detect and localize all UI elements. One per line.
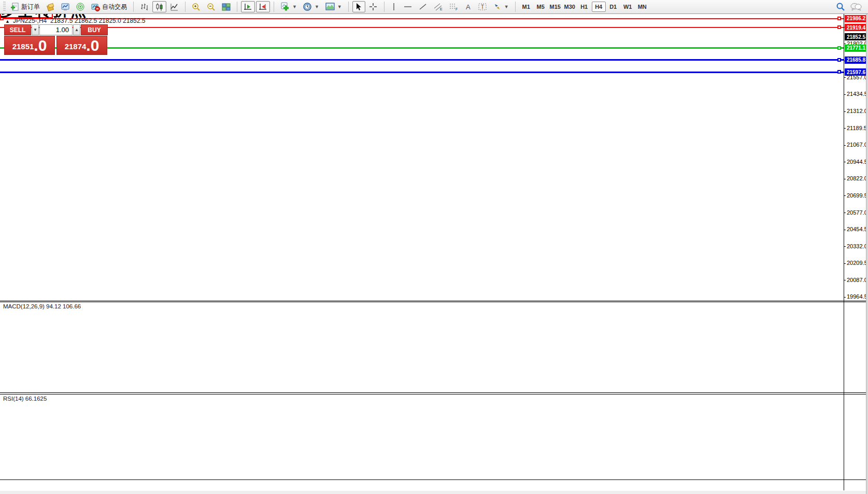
panel-separator[interactable] xyxy=(0,301,866,301)
timeframe-button-m15[interactable]: M15 xyxy=(548,2,562,12)
data-window-button[interactable] xyxy=(74,1,88,12)
level-price-badge: 21771.1 xyxy=(845,45,867,52)
chevron-down-icon: ▼ xyxy=(504,4,509,9)
toolbar-separator xyxy=(133,2,134,12)
text-label-button[interactable]: T xyxy=(476,1,490,12)
price-tick-label: 21312.0 xyxy=(847,108,867,114)
chart-title-row: ▲JPN225-,H4 21837.5 21862.5 21825.0 2185… xyxy=(5,17,145,24)
toolbar-separator xyxy=(185,2,186,12)
timeframe-button-m5[interactable]: M5 xyxy=(534,2,548,12)
autotrading-button[interactable]: 自动交易 xyxy=(89,1,130,12)
zoom-in-button[interactable] xyxy=(189,1,203,12)
auto-scroll-button[interactable] xyxy=(241,1,255,12)
time-axis[interactable] xyxy=(0,479,844,491)
buy-button[interactable]: BUY xyxy=(81,24,108,35)
price-tick-label: 21067.0 xyxy=(847,142,867,148)
level-price-badge: 21685.8 xyxy=(845,57,867,64)
horizontal-line-button[interactable] xyxy=(401,1,415,12)
text-button[interactable]: A xyxy=(462,1,475,12)
panel-separator[interactable] xyxy=(0,394,866,394)
fibonacci-button[interactable]: F xyxy=(447,1,461,12)
price-tick-label: 20577.0 xyxy=(847,209,867,216)
price-tick-label: 20209.5 xyxy=(847,260,867,266)
line-chart-button[interactable] xyxy=(167,1,181,12)
timeframe-button-m1[interactable]: M1 xyxy=(519,2,533,12)
bar-chart-button[interactable] xyxy=(137,1,151,12)
panel-separator[interactable] xyxy=(0,302,866,302)
rsi-panel-canvas[interactable] xyxy=(0,394,844,479)
tile-windows-button[interactable] xyxy=(219,1,233,12)
collapse-panel-icon[interactable]: ▲ xyxy=(5,19,10,24)
timeframe-group: M1M5M15M30H1H4D1W1MN xyxy=(519,2,649,12)
market-watch-button[interactable] xyxy=(59,1,73,12)
terminal-window: 新订单 自动交易 xyxy=(0,0,868,494)
current-price-badge: 21852.5 xyxy=(845,33,867,40)
price-tick-label: 19964.5 xyxy=(847,293,867,300)
symbol-period-label: JPN225-,H4 xyxy=(13,17,47,24)
chevron-down-icon: ▼ xyxy=(337,4,342,9)
price-tick-label: 20699.5 xyxy=(847,192,867,199)
price-tick-label: 20087.0 xyxy=(847,277,867,283)
autotrading-icon xyxy=(91,3,100,11)
svg-text:E: E xyxy=(440,7,443,11)
templates-button[interactable]: ▼ xyxy=(323,1,345,12)
new-order-label: 新订单 xyxy=(21,3,40,11)
crosshair-button[interactable] xyxy=(366,1,380,12)
chart-shift-button[interactable] xyxy=(256,1,270,12)
new-order-icon xyxy=(10,3,19,11)
panel-separator[interactable] xyxy=(0,392,866,393)
window-edge xyxy=(866,14,868,494)
volume-decrease-button[interactable]: ▼ xyxy=(32,24,39,35)
toolbar-separator xyxy=(348,2,349,12)
macd-panel-canvas[interactable] xyxy=(0,302,844,392)
volume-increase-button[interactable]: ▲ xyxy=(73,24,80,35)
add-indicator-button[interactable]: ▼ xyxy=(278,1,300,12)
timeframe-button-h1[interactable]: H1 xyxy=(577,2,591,12)
window-edge xyxy=(0,491,866,494)
price-tick-label: 20332.0 xyxy=(847,243,867,249)
svg-text:A: A xyxy=(466,3,471,11)
toolbar-separator xyxy=(274,2,274,12)
bid-price-display[interactable]: 21851.0 xyxy=(4,36,55,55)
price-tick-label: 20454.5 xyxy=(847,226,867,232)
equidistant-channel-button[interactable]: E xyxy=(431,1,446,12)
main-chart-canvas[interactable] xyxy=(0,15,844,301)
toolbar-separator xyxy=(384,2,385,12)
price-tick-label: 21434.5 xyxy=(847,91,867,97)
trendline-button[interactable] xyxy=(416,1,430,12)
bid-fraction: .0 xyxy=(34,38,47,53)
timeframe-button-mn[interactable]: MN xyxy=(635,2,649,12)
rsi-label: RSI(14) 66.1625 xyxy=(3,396,47,402)
cursor-button[interactable] xyxy=(352,1,365,12)
bid-integer: 21851 xyxy=(12,40,34,53)
svg-text:F: F xyxy=(456,7,458,11)
ask-price-display[interactable]: 21874.0 xyxy=(56,36,107,55)
metaeditor-button[interactable] xyxy=(44,1,58,12)
chat-icon[interactable] xyxy=(850,3,862,11)
toolbar-drag-handle[interactable] xyxy=(3,2,6,12)
ask-integer: 21874 xyxy=(65,40,87,53)
sell-button[interactable]: SELL xyxy=(4,24,31,35)
timeframe-button-d1[interactable]: D1 xyxy=(606,2,620,12)
price-tick-label: 21189.5 xyxy=(847,125,867,131)
timeframe-button-w1[interactable]: W1 xyxy=(621,2,635,12)
new-order-button[interactable]: 新订单 xyxy=(8,1,42,12)
chevron-down-icon: ▼ xyxy=(292,4,297,9)
timeframe-button-h4[interactable]: H4 xyxy=(592,2,606,12)
search-icon[interactable] xyxy=(836,2,845,11)
ask-fraction: .0 xyxy=(86,38,99,53)
level-price-badge: 21597.6 xyxy=(845,68,867,76)
price-tick-label: 20944.5 xyxy=(847,159,867,165)
autotrading-label: 自动交易 xyxy=(102,3,127,11)
level-price-badge: 21919.4 xyxy=(845,24,867,31)
svg-text:T: T xyxy=(481,4,484,10)
candlestick-chart-button[interactable] xyxy=(152,1,166,12)
timeframe-button-m30[interactable]: M30 xyxy=(563,2,577,12)
ohlc-values: 21837.5 21862.5 21825.0 21852.5 xyxy=(50,17,146,24)
arrows-button[interactable]: ▼ xyxy=(491,1,511,12)
zoom-out-button[interactable] xyxy=(204,1,218,12)
vertical-line-button[interactable] xyxy=(388,1,400,12)
toolbar-separator xyxy=(515,2,516,12)
volume-input[interactable]: 1.00 xyxy=(39,24,73,35)
period-clock-button[interactable]: ▼ xyxy=(301,1,322,12)
